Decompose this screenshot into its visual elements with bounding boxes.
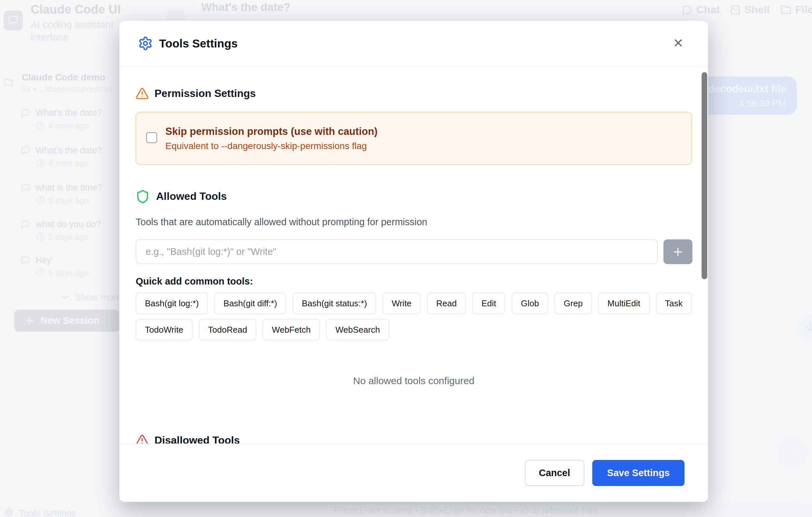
quick-tool-button[interactable]: WebSearch — [326, 319, 389, 341]
cancel-button[interactable]: Cancel — [525, 460, 584, 486]
quick-tools-row-2: TodoWrite TodoRead WebFetch WebSearch — [136, 319, 389, 341]
quick-tool-button[interactable]: Task — [656, 293, 692, 314]
tools-settings-modal: Tools Settings Permission Settings Skip … — [119, 21, 708, 502]
quick-tool-button[interactable]: Glob — [512, 293, 548, 314]
skip-permissions-checkbox[interactable] — [146, 132, 157, 143]
quick-tool-button[interactable]: MultiEdit — [598, 293, 649, 314]
quick-tool-button[interactable]: Read — [427, 293, 466, 314]
modal-title: Tools Settings — [159, 36, 238, 51]
permission-settings-heading: Permission Settings — [154, 87, 256, 100]
gear-icon — [138, 36, 153, 51]
quick-tool-button[interactable]: Bash(git log:*) — [136, 293, 208, 314]
quick-tool-button[interactable]: Bash(git status:*) — [292, 293, 376, 314]
skip-permissions-label: Skip permission prompts (use with cautio… — [165, 126, 378, 137]
skip-permissions-panel: Skip permission prompts (use with cautio… — [135, 112, 692, 165]
quick-add-label: Quick add common tools: — [136, 276, 253, 287]
skip-permissions-note: Equivalent to --dangerously-skip-permiss… — [165, 141, 367, 151]
quick-tool-button[interactable]: Edit — [472, 293, 505, 314]
app-screen: Claude Code UI AI coding assistant inter… — [0, 0, 812, 517]
allowed-tools-heading: Allowed Tools — [156, 190, 227, 202]
modal-scrollbar-thumb[interactable] — [702, 72, 707, 279]
shield-icon — [135, 189, 150, 204]
close-icon — [672, 37, 684, 49]
quick-tool-button[interactable]: TodoRead — [199, 319, 257, 341]
quick-tool-button[interactable]: Write — [382, 293, 420, 314]
save-settings-button[interactable]: Save Settings — [592, 460, 685, 486]
add-tool-button[interactable] — [663, 239, 692, 264]
close-button[interactable] — [669, 34, 687, 52]
plus-icon — [672, 246, 684, 258]
quick-tool-button[interactable]: Bash(git diff:*) — [214, 293, 286, 314]
warning-triangle-icon — [135, 87, 149, 100]
allowed-tool-input[interactable] — [136, 239, 658, 264]
modal-footer: Cancel Save Settings — [119, 443, 708, 502]
modal-header: Tools Settings — [119, 21, 708, 66]
quick-tool-button[interactable]: Grep — [554, 293, 592, 314]
allowed-tools-empty-state: No allowed tools configured — [119, 375, 708, 386]
quick-tool-button[interactable]: WebFetch — [263, 319, 320, 341]
quick-tools-row-1: Bash(git log:*) Bash(git diff:*) Bash(gi… — [136, 293, 692, 314]
allowed-tools-description: Tools that are automatically allowed wit… — [136, 217, 427, 227]
quick-tool-button[interactable]: TodoWrite — [136, 319, 193, 341]
